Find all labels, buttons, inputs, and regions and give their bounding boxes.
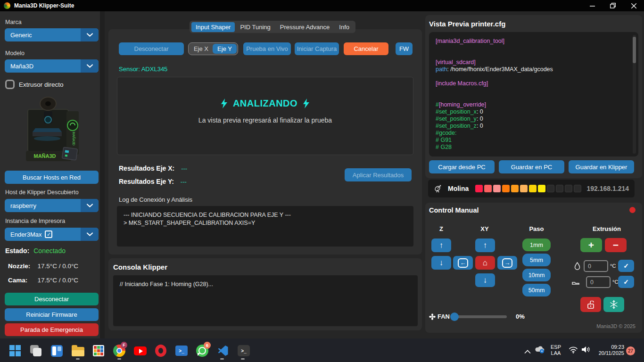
sidebar-vertical-scrollbar[interactable] bbox=[100, 11, 105, 338]
home-button[interactable]: ⌂ bbox=[475, 256, 495, 270]
y-minus-button[interactable]: ↓ bbox=[475, 273, 495, 287]
paso-1mm-button[interactable]: 1mm bbox=[522, 239, 551, 251]
consola-title: Consola Klipper bbox=[113, 263, 167, 271]
start-button[interactable] bbox=[8, 344, 22, 357]
color-swatch[interactable] bbox=[493, 185, 501, 192]
hotend-temp-input[interactable]: 0 bbox=[584, 260, 608, 272]
x-minus-button[interactable]: ← bbox=[453, 256, 473, 270]
youtube-button[interactable] bbox=[133, 344, 147, 357]
aplicar-resultados-button[interactable]: Aplicar Resultados bbox=[345, 168, 412, 181]
eje-segmented-control: Eje X Eje Y bbox=[188, 42, 238, 55]
minimize-button[interactable] bbox=[582, 0, 603, 11]
y-plus-button[interactable]: ↑ bbox=[475, 239, 495, 252]
color-swatch[interactable] bbox=[520, 185, 528, 192]
paso-5mm-button[interactable]: 5mm bbox=[522, 254, 551, 266]
z-up-button[interactable]: ↑ bbox=[431, 239, 451, 252]
chrome-button[interactable]: F bbox=[113, 344, 126, 357]
fan-value: 0% bbox=[516, 313, 525, 320]
tab-pid-tuning[interactable]: PID Tuning bbox=[236, 22, 274, 32]
task-view-button[interactable] bbox=[29, 344, 42, 357]
extrusor-checkbox[interactable] bbox=[5, 80, 15, 89]
fw-button[interactable]: FW bbox=[396, 42, 413, 55]
close-button[interactable] bbox=[623, 0, 644, 11]
modelo-dropdown[interactable]: Maña3D bbox=[5, 59, 99, 73]
cloud-icon bbox=[535, 345, 545, 354]
cfg-line bbox=[436, 94, 632, 101]
fan-slider-handle[interactable] bbox=[450, 313, 459, 321]
x-plus-button[interactable]: → bbox=[497, 256, 517, 270]
cfg-preview-title: Vista Previa printer.cfg bbox=[429, 20, 505, 28]
grid-app-button[interactable] bbox=[92, 344, 105, 357]
clock-tray[interactable]: 09:23 20/11/2025 bbox=[595, 344, 624, 356]
color-swatch[interactable] bbox=[529, 185, 537, 192]
tab-pressure-advance[interactable]: Pressure Advance bbox=[276, 22, 334, 32]
notification-badge[interactable]: 27 bbox=[626, 346, 635, 355]
host-dropdown[interactable]: raspberry bbox=[5, 199, 99, 212]
paso-10mm-button[interactable]: 10mm bbox=[522, 269, 551, 281]
resultados-x-label: Resultados Eje X: bbox=[119, 165, 174, 172]
vscode-button[interactable] bbox=[216, 344, 230, 357]
bed-temp-input[interactable]: 0 bbox=[586, 276, 611, 288]
marca-value: Generic bbox=[5, 28, 81, 41]
cama-label: Cama: bbox=[8, 277, 35, 284]
extrude-minus-button[interactable]: − bbox=[605, 238, 627, 252]
desconectar-sidebar-button[interactable]: Desconectar bbox=[5, 293, 99, 305]
unlock-icon bbox=[587, 301, 594, 309]
control-manual-card: Control Manual Z XY Paso Extrusión ↑ ↓ ↑… bbox=[425, 203, 642, 333]
cooldown-button[interactable] bbox=[603, 297, 624, 312]
powershell-icon: >_ bbox=[175, 346, 188, 356]
wifi-tray-button[interactable] bbox=[569, 346, 578, 355]
color-swatch-empty[interactable] bbox=[547, 185, 554, 192]
instancia-dropdown[interactable]: Ender3Max ✓ bbox=[5, 228, 99, 241]
arrow-left-icon: ← bbox=[458, 258, 468, 268]
reiniciar-firmware-button[interactable]: Reiniciar Firmware bbox=[5, 308, 99, 321]
cargar-desde-pc-button[interactable]: Cargar desde PC bbox=[429, 160, 495, 173]
opera-button[interactable] bbox=[154, 344, 167, 357]
color-swatch[interactable] bbox=[475, 185, 483, 192]
z-down-button[interactable]: ↓ bbox=[431, 256, 451, 270]
profile-strip: Molina 192.168.1.214 bbox=[428, 180, 635, 197]
volume-tray-button[interactable] bbox=[581, 346, 591, 355]
color-swatch-empty[interactable] bbox=[574, 185, 581, 192]
scrollbar-handle[interactable] bbox=[633, 37, 636, 63]
bed-confirm-button[interactable]: ✓ bbox=[618, 276, 634, 288]
extrude-plus-button[interactable]: + bbox=[580, 238, 602, 252]
color-swatch[interactable] bbox=[502, 185, 510, 192]
console-box: // Iniciando Fase 1: Homing (G28)... bbox=[113, 275, 418, 326]
tray-expand-button[interactable] bbox=[524, 347, 531, 356]
iniciar-captura-button[interactable]: Iniciar Captura bbox=[295, 42, 339, 55]
color-swatch[interactable] bbox=[511, 185, 519, 192]
whatsapp-button[interactable]: 6 bbox=[196, 344, 209, 357]
hotend-confirm-button[interactable]: ✓ bbox=[618, 260, 634, 272]
paso-50mm-button[interactable]: 50mm bbox=[522, 284, 551, 296]
desconectar-button[interactable]: Desconectar bbox=[119, 42, 184, 55]
guardar-en-klipper-button[interactable]: Guardar en Klipper bbox=[569, 160, 634, 173]
file-explorer-button[interactable] bbox=[71, 344, 84, 357]
prueba-en-vivo-button[interactable]: Prueba en Vivo bbox=[243, 42, 291, 55]
buscar-hosts-button[interactable]: Buscar Hosts en Red bbox=[5, 171, 99, 184]
eje-y-option[interactable]: Eje Y bbox=[213, 44, 237, 54]
color-swatch-empty[interactable] bbox=[565, 185, 572, 192]
eje-x-option[interactable]: Eje X bbox=[190, 44, 213, 54]
extrusion-column-label: Extrusión bbox=[586, 225, 628, 232]
parada-emergencia-button[interactable]: Parada de Emergencia bbox=[5, 323, 99, 336]
marca-dropdown[interactable]: Generic bbox=[5, 28, 99, 41]
widgets-button[interactable] bbox=[50, 344, 63, 357]
control-manual-title: Control Manual bbox=[429, 206, 479, 214]
terminal-button[interactable]: >_ bbox=[237, 344, 250, 357]
tab-info[interactable]: Info bbox=[335, 22, 354, 32]
onedrive-tray-button[interactable] bbox=[535, 345, 545, 355]
cfg-line: path: /home/fhonix/Ender3MAX_data/gcodes bbox=[436, 66, 632, 73]
powershell-button[interactable]: >_ bbox=[175, 344, 188, 357]
restore-button[interactable] bbox=[603, 0, 623, 11]
cancelar-button[interactable]: Cancelar bbox=[344, 42, 388, 55]
color-swatch[interactable] bbox=[538, 185, 545, 192]
language-indicator[interactable]: ESP LAA bbox=[551, 344, 561, 356]
tab-input-shaper[interactable]: Input Shaper bbox=[191, 22, 235, 32]
cfg-scrollbar[interactable] bbox=[633, 35, 636, 154]
guardar-en-pc-button[interactable]: Guardar en PC bbox=[499, 160, 564, 173]
color-swatch[interactable] bbox=[484, 185, 492, 192]
color-swatch-empty[interactable] bbox=[556, 185, 563, 192]
fan-slider[interactable] bbox=[451, 315, 507, 318]
unlock-button[interactable] bbox=[580, 297, 601, 312]
